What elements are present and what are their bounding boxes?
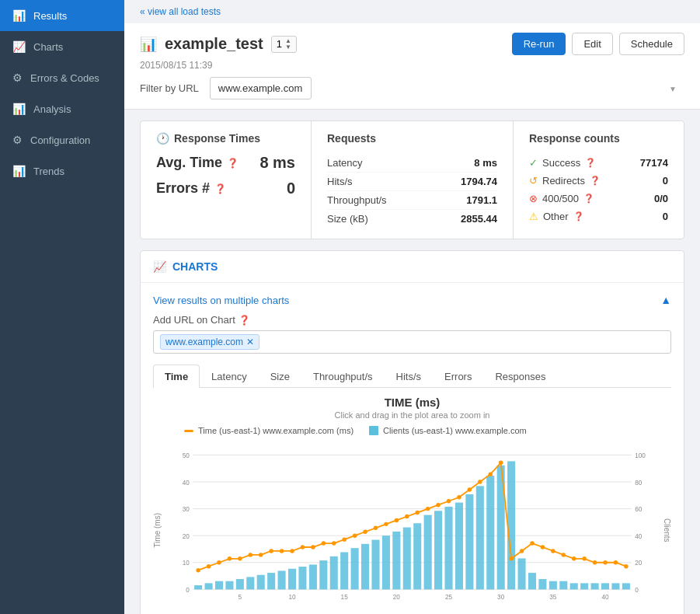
svg-text:50: 50: [183, 452, 190, 459]
sidebar-item-analysis[interactable]: 📊 Analysis: [0, 93, 124, 124]
req-label: Latency: [327, 157, 363, 169]
svg-rect-48: [507, 461, 515, 589]
url-tag: www.example.com ✕: [160, 334, 259, 350]
svg-rect-35: [371, 540, 379, 590]
view-all-link[interactable]: « view all load tests: [124, 0, 700, 23]
response-count-row: ✓ Success ❓ 77174: [529, 154, 668, 172]
response-count-row: ↺ Redirects ❓ 0: [529, 172, 668, 190]
response-count-row: ⚠ Other ❓ 0: [529, 208, 668, 225]
sidebar-item-charts[interactable]: 📈 Charts: [0, 31, 124, 62]
svg-rect-49: [518, 558, 526, 589]
sidebar-label-charts: Charts: [33, 41, 63, 53]
chart-tab-time[interactable]: Time: [153, 365, 200, 388]
resp-help-icon[interactable]: ❓: [583, 194, 594, 204]
svg-point-60: [196, 568, 200, 572]
svg-rect-57: [601, 583, 609, 589]
chart-svg[interactable]: 00102020403060408050100510152025303540: [165, 440, 660, 614]
status-icon: ✓: [529, 157, 538, 169]
avg-help-icon[interactable]: ❓: [227, 158, 239, 169]
response-counts-title: Response counts: [529, 132, 668, 145]
chart-legend: Time (us-east-1) www.example.com (ms)Cli…: [184, 426, 671, 435]
requests-title: Requests: [327, 132, 497, 145]
run-counter[interactable]: 1 ▲ ▼: [271, 36, 297, 53]
collapse-icon[interactable]: ▲: [660, 294, 671, 306]
url-tag-close[interactable]: ✕: [246, 337, 254, 347]
chart-tab-errors[interactable]: Errors: [433, 365, 483, 388]
svg-point-75: [353, 533, 357, 537]
svg-point-63: [228, 556, 232, 560]
svg-point-66: [259, 553, 263, 556]
svg-rect-59: [622, 583, 630, 589]
resp-value: 0: [663, 175, 668, 187]
svg-rect-18: [194, 585, 202, 589]
run-number: 1: [277, 38, 282, 50]
chart-tab-hits-s[interactable]: Hits/s: [385, 365, 434, 388]
svg-rect-26: [278, 570, 286, 589]
svg-point-80: [405, 515, 409, 518]
arrow-down[interactable]: ▼: [285, 44, 291, 51]
response-counts-box: Response counts ✓ Success ❓ 77174 ↺ Redi…: [514, 121, 684, 239]
svg-rect-44: [465, 494, 473, 589]
svg-text:15: 15: [341, 594, 349, 601]
run-arrows[interactable]: ▲ ▼: [285, 38, 291, 51]
svg-point-62: [217, 560, 221, 564]
svg-point-96: [572, 556, 576, 560]
avg-time-row: Avg. Time ❓ 8 ms: [156, 154, 295, 172]
chart-tab-size[interactable]: Size: [259, 365, 301, 388]
url-tag-input[interactable]: www.example.com ✕: [153, 330, 671, 354]
svg-rect-54: [570, 583, 578, 589]
filter-select[interactable]: www.example.com: [210, 77, 312, 99]
schedule-button[interactable]: Schedule: [619, 33, 684, 55]
svg-point-90: [509, 556, 513, 560]
charts-section: 📈 CHARTS View results on multiple charts…: [140, 250, 684, 614]
sidebar-item-configuration[interactable]: ⚙ Configuration: [0, 124, 124, 155]
svg-text:0: 0: [635, 587, 639, 594]
config-icon: ⚙: [12, 134, 23, 146]
req-value: 1791.1: [466, 194, 497, 206]
svg-rect-56: [591, 583, 599, 589]
chart-container: Time (ms) 001020204030604080501005101520…: [153, 440, 671, 614]
svg-text:100: 100: [635, 452, 646, 459]
svg-rect-42: [444, 507, 452, 589]
svg-rect-45: [476, 486, 484, 589]
status-icon: ⚠: [529, 211, 538, 222]
legend-item: Clients (us-east-1) www.example.com: [369, 426, 527, 435]
timestamp: 2015/08/15 11:39: [140, 60, 684, 71]
sidebar-item-errors[interactable]: ⚙ Errors & Codes: [0, 62, 124, 93]
avg-time-value: 8 ms: [259, 154, 295, 172]
url-tag-text: www.example.com: [165, 337, 243, 347]
request-row: Throughput/s1791.1: [327, 191, 497, 210]
svg-text:40: 40: [635, 533, 643, 540]
svg-point-69: [290, 549, 294, 553]
svg-rect-40: [424, 515, 432, 590]
resp-help-icon[interactable]: ❓: [590, 176, 601, 186]
svg-rect-30: [319, 560, 327, 589]
svg-text:20: 20: [635, 560, 643, 567]
chart-tab-responses[interactable]: Responses: [483, 365, 557, 388]
resp-help-icon[interactable]: ❓: [585, 158, 596, 168]
filter-select-wrap: www.example.com: [210, 77, 684, 99]
multiple-charts-link[interactable]: View results on multiple charts: [153, 295, 289, 306]
chart-tab-latency[interactable]: Latency: [200, 365, 259, 388]
svg-point-61: [207, 564, 211, 568]
req-value: 2855.44: [461, 213, 497, 225]
resp-help-icon[interactable]: ❓: [573, 211, 584, 222]
svg-text:0: 0: [186, 587, 190, 594]
legend-color: [184, 430, 193, 432]
sidebar-item-trends[interactable]: 📊 Trends: [0, 155, 124, 187]
errors-row: Errors # ❓ 0: [156, 180, 295, 197]
add-url-help-icon[interactable]: ❓: [239, 315, 250, 326]
sidebar-item-results[interactable]: 📊 Results: [0, 0, 124, 31]
errors-help-icon[interactable]: ❓: [214, 183, 226, 194]
main-content: « view all load tests 📊 example_test 1 ▲…: [124, 0, 700, 614]
svg-text:20: 20: [183, 533, 190, 540]
chart-svg-wrap[interactable]: 00102020403060408050100510152025303540: [165, 440, 660, 614]
svg-point-88: [489, 472, 493, 476]
rerun-button[interactable]: Re-run: [512, 33, 566, 55]
errors-label: Errors # ❓: [156, 180, 226, 197]
edit-button[interactable]: Edit: [572, 33, 612, 55]
svg-point-82: [426, 507, 430, 511]
svg-point-99: [603, 560, 607, 564]
chart-tab-throughput-s[interactable]: Throughput/s: [301, 365, 385, 388]
results-icon: 📊: [12, 9, 26, 22]
